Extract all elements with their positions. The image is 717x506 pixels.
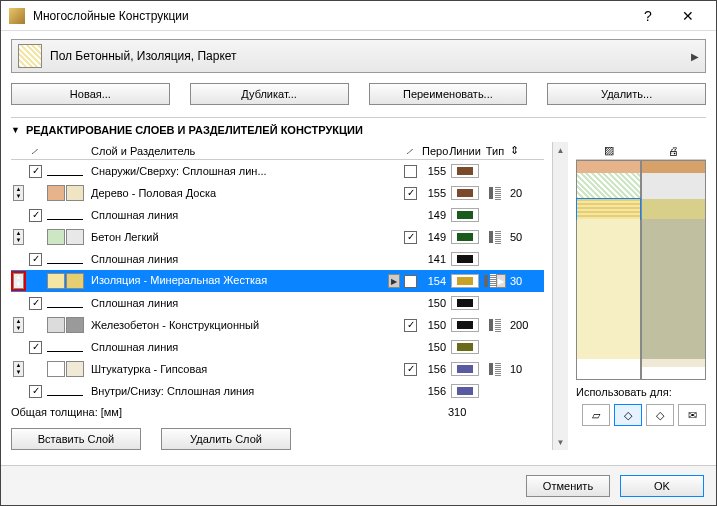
material-swatch[interactable] (47, 229, 87, 245)
line-preview[interactable] (451, 318, 479, 332)
insert-layer-button[interactable]: Вставить Слой (11, 428, 141, 450)
line-preview[interactable] (451, 186, 479, 200)
total-row: Общая толщина: [мм] 310 (11, 406, 544, 418)
table-row[interactable]: ✓Внутри/Снизу: Сплошная линия156 (11, 380, 544, 402)
thickness-value[interactable]: 10 (508, 363, 544, 375)
layer-type[interactable] (484, 274, 496, 288)
layer-type[interactable] (489, 318, 501, 332)
reorder-spinner[interactable]: ▲▼ (13, 361, 24, 377)
reorder-spinner[interactable]: ▲▼ (13, 185, 24, 201)
pen-number[interactable]: 149 (420, 231, 448, 243)
line-preview[interactable] (451, 252, 479, 266)
thickness-value[interactable]: 20 (508, 187, 544, 199)
line-preview[interactable] (451, 384, 479, 398)
layer-name: Бетон Легкий (89, 231, 402, 243)
use-for-label: Использовать для: (576, 386, 706, 398)
duplicate-button[interactable]: Дубликат... (190, 83, 349, 105)
layer-grid: ⟋ Слой и Разделитель ⟋ Перо Линии Тип ⇕ … (11, 142, 544, 450)
grid-scrollbar[interactable]: ▲ ▼ (552, 142, 568, 450)
reorder-spinner[interactable]: ▲▼ (13, 317, 24, 333)
core-checkbox[interactable] (404, 165, 417, 178)
layer-name: Сплошная линия (89, 253, 402, 265)
use-wall-button[interactable]: ▱ (582, 404, 610, 426)
pen-number[interactable]: 150 (420, 341, 448, 353)
line-preview[interactable] (451, 164, 479, 178)
cancel-button[interactable]: Отменить (526, 475, 610, 497)
line-preview[interactable] (451, 362, 479, 376)
delete-layer-button[interactable]: Удалить Слой (161, 428, 291, 450)
pen-number[interactable]: 154 (420, 275, 448, 287)
table-row[interactable]: ✓Сплошная линия150 (11, 292, 544, 314)
visible-checkbox[interactable]: ✓ (29, 165, 42, 178)
layer-type[interactable] (489, 230, 501, 244)
layer-name: Штукатурка - Гипсовая (89, 363, 402, 375)
scroll-up-icon[interactable]: ▲ (553, 142, 568, 158)
composite-swatch (18, 44, 42, 68)
thickness-value[interactable]: 200 (508, 319, 544, 331)
pen-number[interactable]: 150 (420, 319, 448, 331)
composite-dropdown[interactable]: Пол Бетонный, Изоляция, Паркет ▶ (11, 39, 706, 73)
layer-type[interactable] (489, 362, 501, 376)
reorder-spinner[interactable]: ▲▼ (13, 229, 24, 245)
table-row[interactable]: ▲▼Дерево - Половая Доска✓15520 (11, 182, 544, 204)
table-row[interactable]: ▲▼Изоляция - Минеральная Жесткая▶✓154▶30 (11, 270, 544, 292)
ok-button[interactable]: OK (620, 475, 704, 497)
pen-number[interactable]: 141 (420, 253, 448, 265)
preview-panel: ▨ 🖨 Использовать для: ▱ ◇ ◇ ✉ (576, 142, 706, 450)
core-checkbox[interactable]: ✓ (404, 187, 417, 200)
table-row[interactable]: ▲▼Бетон Легкий✓14950 (11, 226, 544, 248)
pen-number[interactable]: 156 (420, 385, 448, 397)
help-button[interactable]: ? (628, 2, 668, 30)
thickness-value[interactable]: 50 (508, 231, 544, 243)
visible-checkbox[interactable]: ✓ (29, 297, 42, 310)
close-button[interactable]: ✕ (668, 2, 708, 30)
pen-number[interactable]: 156 (420, 363, 448, 375)
section-header[interactable]: ▼ РЕДАКТИРОВАНИЕ СЛОЕВ И РАЗДЕЛИТЕЛЕЙ КО… (11, 124, 706, 136)
layer-type[interactable] (489, 186, 501, 200)
visible-checkbox[interactable]: ✓ (29, 209, 42, 222)
visible-checkbox[interactable]: ✓ (29, 253, 42, 266)
core-checkbox[interactable]: ✓ (404, 275, 417, 288)
rename-button[interactable]: Переименовать... (369, 83, 528, 105)
material-swatch[interactable] (47, 273, 87, 289)
material-swatch[interactable] (47, 185, 87, 201)
pen-number[interactable]: 155 (420, 165, 448, 177)
layer-name: Сплошная линия (89, 341, 402, 353)
preview-print-icon: 🖨 (641, 142, 706, 159)
use-slab-button[interactable]: ◇ (614, 404, 642, 426)
table-row[interactable]: ▲▼Штукатурка - Гипсовая✓15610 (11, 358, 544, 380)
new-button[interactable]: Новая... (11, 83, 170, 105)
material-swatch[interactable] (47, 361, 87, 377)
line-preview[interactable] (451, 208, 479, 222)
use-roof-button[interactable]: ◇ (646, 404, 674, 426)
pen-number[interactable]: 150 (420, 297, 448, 309)
layer-name: Железобетон - Конструкционный (89, 319, 402, 331)
scroll-down-icon[interactable]: ▼ (553, 434, 568, 450)
line-preview[interactable] (451, 340, 479, 354)
preview-column (641, 160, 706, 380)
layer-name: Внутри/Снизу: Сплошная линия (89, 385, 402, 397)
table-row[interactable]: ▲▼Железобетон - Конструкционный✓150200 (11, 314, 544, 336)
core-checkbox[interactable]: ✓ (404, 231, 417, 244)
thickness-value[interactable]: 30 (508, 275, 544, 287)
pen-number[interactable]: 155 (420, 187, 448, 199)
visible-checkbox[interactable]: ✓ (29, 385, 42, 398)
line-preview[interactable] (451, 296, 479, 310)
delete-button[interactable]: Удалить... (547, 83, 706, 105)
dialog-footer: Отменить OK (1, 465, 716, 505)
table-row[interactable]: ✓Снаружи/Сверху: Сплошная лин...155 (11, 160, 544, 182)
line-preview[interactable] (451, 274, 479, 288)
use-shell-button[interactable]: ✉ (678, 404, 706, 426)
material-swatch[interactable] (47, 317, 87, 333)
layer-name: Сплошная линия (89, 297, 402, 309)
pen-number[interactable]: 149 (420, 209, 448, 221)
core-checkbox[interactable]: ✓ (404, 363, 417, 376)
core-checkbox[interactable]: ✓ (404, 319, 417, 332)
table-row[interactable]: ✓Сплошная линия149 (11, 204, 544, 226)
table-row[interactable]: ✓Сплошная линия141 (11, 248, 544, 270)
visible-checkbox[interactable]: ✓ (29, 341, 42, 354)
reorder-spinner[interactable]: ▲▼ (13, 273, 24, 289)
table-row[interactable]: ✓Сплошная линия150 (11, 336, 544, 358)
line-preview[interactable] (451, 230, 479, 244)
window-title: Многослойные Конструкции (33, 9, 628, 23)
